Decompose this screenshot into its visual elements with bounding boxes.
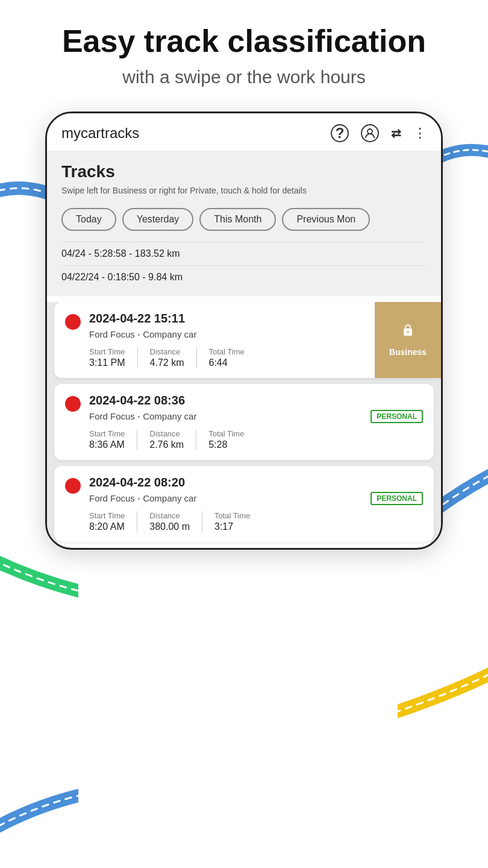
track-datetime-2: 2024-04-22 08:20	[89, 476, 423, 489]
filter-this-month[interactable]: This Month	[199, 208, 276, 231]
filter-previous-month[interactable]: Previous Mon	[282, 208, 370, 231]
track-dot-2	[65, 478, 81, 494]
track-stats-1: Start Time 8:36 AM Distance 2.76 km Tota…	[89, 429, 423, 450]
stat-distance-2: Distance 380.00 m	[149, 511, 202, 532]
track-badge-1: PERSONAL	[371, 410, 423, 423]
track-card-0-wrapper: 2024-04-22 15:11 Ford Focus - Company ca…	[54, 302, 441, 378]
summary-row-1: 04/22/24 - 0:18:50 - 9.84 km	[61, 265, 427, 289]
briefcase-icon	[399, 322, 417, 344]
track-vehicle-0: Ford Focus - Company car	[89, 329, 196, 339]
tracks-list: 2024-04-22 15:11 Ford Focus - Company ca…	[47, 302, 441, 542]
tracks-subtitle: Swipe left for Business or right for Pri…	[61, 185, 427, 197]
stat-distance-1: Distance 2.76 km	[149, 429, 196, 450]
filter-yesterday[interactable]: Yesterday	[122, 208, 194, 231]
swipe-business-panel[interactable]: Business	[375, 302, 441, 378]
track-vehicle-1: Ford Focus - Company car	[89, 411, 196, 421]
tracks-title: Tracks	[61, 162, 427, 181]
phone-mockup-container: mycartracks ? ⇄ ⋮ Tracks Swipe left for …	[0, 112, 488, 550]
svg-rect-2	[407, 332, 409, 333]
page-header: Easy track classification with a swipe o…	[0, 0, 488, 93]
more-icon[interactable]: ⋮	[413, 125, 427, 141]
filter-today[interactable]: Today	[61, 208, 116, 231]
page-subtitle: with a swipe or the work hours	[18, 67, 470, 87]
stat-start-2: Start Time 8:20 AM	[89, 511, 137, 532]
stat-distance-0: Distance 4.72 km	[150, 347, 197, 368]
track-info-1: 2024-04-22 08:36 Ford Focus - Company ca…	[89, 394, 423, 450]
svg-point-0	[368, 129, 372, 134]
help-icon[interactable]: ?	[331, 124, 349, 142]
app-logo: mycartracks	[61, 125, 331, 142]
track-card-2[interactable]: 2024-04-22 08:20 Ford Focus - Company ca…	[54, 466, 434, 542]
stat-totaltime-2: Total Time 3:17	[214, 511, 262, 532]
track-dot-1	[65, 396, 81, 412]
track-vehicle-row-2: Ford Focus - Company car PERSONAL	[89, 492, 423, 505]
stat-totaltime-1: Total Time 5:28	[208, 429, 256, 450]
page-title: Easy track classification	[18, 24, 470, 58]
track-card-1[interactable]: 2024-04-22 08:36 Ford Focus - Company ca…	[54, 384, 434, 460]
summary-row-0: 04/24 - 5:28:58 - 183.52 km	[61, 242, 427, 265]
track-vehicle-2: Ford Focus - Company car	[89, 493, 196, 503]
track-stats-2: Start Time 8:20 AM Distance 380.00 m Tot…	[89, 511, 423, 532]
transfer-icon[interactable]: ⇄	[391, 126, 401, 140]
app-bar: mycartracks ? ⇄ ⋮	[47, 113, 441, 151]
phone-mockup: mycartracks ? ⇄ ⋮ Tracks Swipe left for …	[45, 112, 443, 550]
tracks-header: Tracks Swipe left for Business or right …	[47, 151, 441, 242]
business-label: Business	[389, 347, 427, 357]
account-icon[interactable]	[361, 124, 379, 142]
track-badge-2: PERSONAL	[371, 492, 423, 505]
track-datetime-1: 2024-04-22 08:36	[89, 394, 423, 407]
app-bar-icons: ? ⇄ ⋮	[331, 124, 427, 142]
stat-start-0: Start Time 3:11 PM	[89, 347, 138, 368]
stat-start-1: Start Time 8:36 AM	[89, 429, 137, 450]
track-vehicle-row-1: Ford Focus - Company car PERSONAL	[89, 410, 423, 423]
track-dot-0	[65, 314, 81, 330]
summary-section: 04/24 - 5:28:58 - 183.52 km 04/22/24 - 0…	[47, 242, 441, 296]
track-info-2: 2024-04-22 08:20 Ford Focus - Company ca…	[89, 476, 423, 532]
stat-totaltime-0: Total Time 6:44	[209, 347, 257, 368]
filter-row: Today Yesterday This Month Previous Mon	[61, 208, 427, 242]
